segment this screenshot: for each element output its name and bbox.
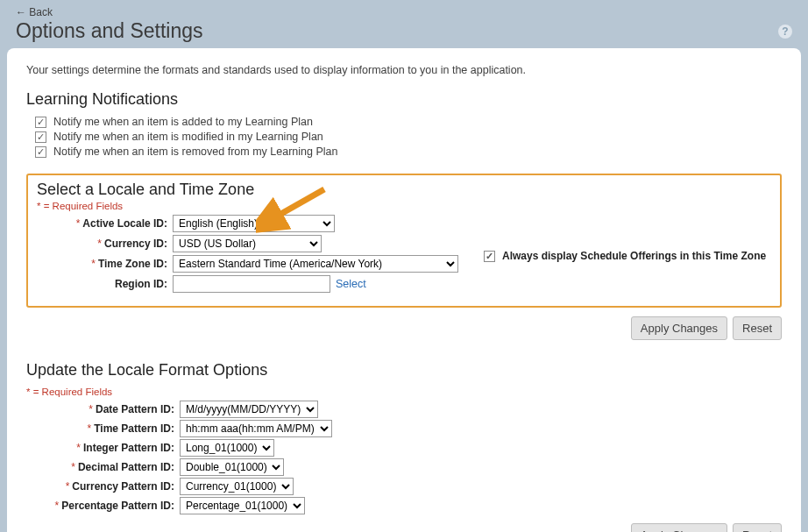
apply-changes-button-format[interactable]: Apply Changes: [631, 523, 727, 532]
currency-select[interactable]: USD (US Dollar): [173, 235, 322, 252]
locale-timezone-box: Select a Locale and Time Zone * = Requir…: [26, 174, 782, 308]
integer-pattern-select[interactable]: Long_01(1000): [180, 439, 274, 457]
checkbox-notify-modified[interactable]: ✓: [35, 131, 46, 143]
time-pattern-select[interactable]: hh:mm aaa(hh:mm AM/PM): [180, 420, 332, 437]
time-pattern-label: *Time Pattern ID:: [26, 422, 180, 435]
notify-modified-label: Notify me when an item is modified in my…: [53, 131, 323, 143]
region-input[interactable]: [173, 275, 330, 293]
reset-button-format[interactable]: Reset: [733, 523, 782, 532]
percentage-pattern-label: *Percentage Pattern ID:: [26, 500, 180, 512]
timezone-label: *Time Zone ID:: [37, 258, 173, 270]
currency-pattern-select[interactable]: Currency_01(1000): [180, 478, 294, 495]
locale-title: Select a Locale and Time Zone: [37, 181, 771, 199]
notify-removed-label: Notify me when an item is removed from m…: [53, 145, 337, 158]
always-display-tz-label: Always display Schedule Offerings in thi…: [502, 250, 766, 262]
format-required-note: * = Required Fields: [26, 387, 782, 397]
date-pattern-select[interactable]: M/d/yyyy(MM/DD/YYYY): [180, 401, 318, 418]
decimal-pattern-label: *Decimal Pattern ID:: [26, 461, 180, 473]
page-title: Options and Settings: [16, 19, 203, 43]
checkbox-always-display-tz[interactable]: ✓: [484, 251, 495, 262]
active-locale-select[interactable]: English (English): [173, 215, 335, 232]
required-note: * = Required Fields: [37, 201, 771, 211]
notifications-title: Learning Notifications: [26, 90, 782, 109]
region-label: Region ID:: [37, 278, 173, 290]
decimal-pattern-select[interactable]: Double_01(1000): [180, 458, 284, 476]
checkbox-notify-removed[interactable]: ✓: [35, 146, 46, 158]
help-icon[interactable]: ?: [778, 25, 792, 39]
apply-changes-button-locale[interactable]: Apply Changes: [631, 316, 727, 340]
main-panel: Your settings determine the formats and …: [7, 48, 801, 532]
intro-text: Your settings determine the formats and …: [26, 64, 782, 76]
percentage-pattern-select[interactable]: Percentage_01(1000): [180, 497, 305, 514]
format-title: Update the Locale Format Options: [26, 361, 782, 379]
currency-pattern-label: *Currency Pattern ID:: [26, 480, 180, 493]
active-locale-label: *Active Locale ID:: [37, 217, 173, 230]
currency-label: *Currency ID:: [37, 238, 173, 250]
back-link[interactable]: ← Back: [16, 6, 53, 18]
date-pattern-label: *Date Pattern ID:: [26, 403, 180, 415]
integer-pattern-label: *Integer Pattern ID:: [26, 442, 180, 454]
region-select-link[interactable]: Select: [336, 278, 366, 290]
notify-added-label: Notify me when an item is added to my Le…: [53, 116, 313, 128]
reset-button-locale[interactable]: Reset: [733, 316, 782, 340]
timezone-select[interactable]: Eastern Standard Time (America/New York): [173, 255, 458, 273]
checkbox-notify-added[interactable]: ✓: [35, 117, 46, 128]
